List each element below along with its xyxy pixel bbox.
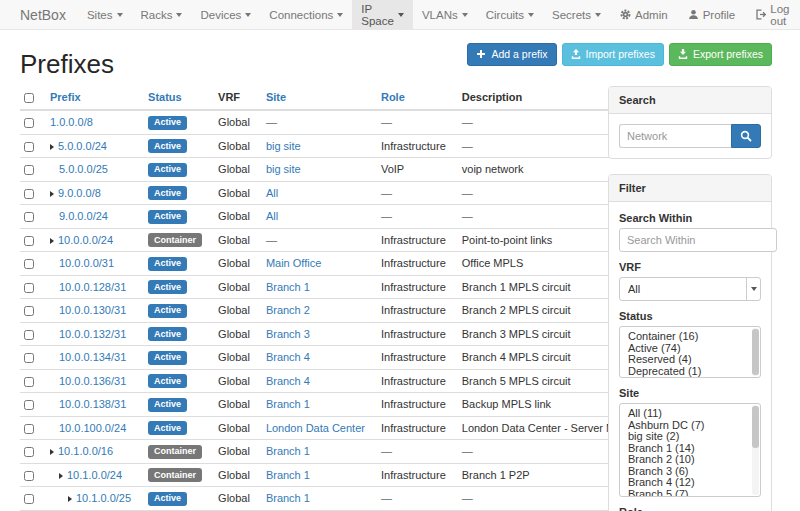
option-container-16[interactable]: Container (16) <box>628 331 750 343</box>
option-big-site-2[interactable]: big site (2) <box>628 431 750 443</box>
column-header-prefix[interactable]: Prefix <box>42 86 140 110</box>
site-link[interactable]: Branch 1 <box>266 469 310 481</box>
prefix-link[interactable]: 10.0.0.128/31 <box>59 281 126 293</box>
site-link[interactable]: All <box>266 187 278 199</box>
nav-link-racks[interactable]: Racks <box>132 0 192 29</box>
select-all-cell <box>20 86 42 110</box>
prefix-link[interactable]: 1.0.0.0/8 <box>50 116 93 128</box>
expand-icon <box>59 473 63 479</box>
site-link[interactable]: Branch 1 <box>266 492 310 504</box>
search-within-input[interactable] <box>619 228 777 252</box>
prefix-link[interactable]: 10.0.0.138/31 <box>59 398 126 410</box>
nav-link-admin[interactable]: Admin <box>610 0 678 29</box>
site-link[interactable]: Branch 3 <box>266 328 310 340</box>
column-header-site[interactable]: Site <box>258 86 373 110</box>
option-deprecated-1[interactable]: Deprecated (1) <box>628 366 750 378</box>
filter-label-vrf: VRF <box>619 261 761 273</box>
row-checkbox[interactable] <box>24 118 34 128</box>
prefix-link[interactable]: 10.0.0.0/24 <box>58 234 113 246</box>
nav-link-log-out[interactable]: Log out <box>745 0 799 29</box>
prefix-link[interactable]: 10.0.0.0/31 <box>59 257 114 269</box>
import-prefixes-button[interactable]: Import prefixes <box>562 43 664 66</box>
brand-link[interactable]: NetBox <box>20 0 66 29</box>
nav-link-vlans[interactable]: VLANs <box>413 0 477 29</box>
scrollbar-thumb[interactable] <box>752 329 759 375</box>
nav-link-ip-space[interactable]: IP Space <box>352 0 413 29</box>
nav-link-circuits[interactable]: Circuits <box>477 0 543 29</box>
nav-link-sites[interactable]: Sites <box>78 0 132 29</box>
row-checkbox[interactable] <box>24 400 34 410</box>
row-checkbox[interactable] <box>24 236 34 246</box>
nav-link-devices[interactable]: Devices <box>191 0 260 29</box>
column-header-status[interactable]: Status <box>140 86 210 110</box>
site-link[interactable]: London Data Center <box>266 422 365 434</box>
role-cell: Infrastructure <box>373 228 454 252</box>
prefix-link[interactable]: 10.0.100.0/24 <box>59 422 126 434</box>
status-cell: Active <box>140 393 210 417</box>
prefix-cell: 10.0.0.0/24 <box>42 228 140 252</box>
row-checkbox[interactable] <box>24 259 34 269</box>
add-a-prefix-button[interactable]: Add a prefix <box>467 43 556 66</box>
row-checkbox[interactable] <box>24 424 34 434</box>
nav-item-label: Log out <box>770 3 789 27</box>
prefix-link[interactable]: 10.1.0.0/25 <box>76 492 131 504</box>
prefix-link[interactable]: 10.1.0.0/24 <box>67 469 122 481</box>
row-checkbox[interactable] <box>24 377 34 387</box>
status-badge: Active <box>148 492 187 506</box>
nav-link-secrets[interactable]: Secrets <box>543 0 610 29</box>
prefix-link[interactable]: 10.0.0.130/31 <box>59 304 126 316</box>
row-checkbox[interactable] <box>24 165 34 175</box>
row-checkbox[interactable] <box>24 189 34 199</box>
export-prefixes-button[interactable]: Export prefixes <box>669 43 772 66</box>
option-reserved-4[interactable]: Reserved (4) <box>628 354 750 366</box>
row-checkbox[interactable] <box>24 330 34 340</box>
row-select-cell <box>20 158 42 182</box>
nav-link-connections[interactable]: Connections <box>260 0 352 29</box>
vrf-select[interactable]: All <box>619 277 761 301</box>
site-link[interactable]: Branch 4 <box>266 351 310 363</box>
row-checkbox[interactable] <box>24 283 34 293</box>
filter-label-site: Site <box>619 387 761 399</box>
prefix-link[interactable]: 9.0.0.0/24 <box>59 210 108 222</box>
status-badge: Active <box>148 186 187 200</box>
column-header-role[interactable]: Role <box>373 86 454 110</box>
row-checkbox[interactable] <box>24 212 34 222</box>
site-link[interactable]: Branch 1 <box>266 281 310 293</box>
site-link[interactable]: Branch 4 <box>266 375 310 387</box>
site-link[interactable]: Branch 1 <box>266 445 310 457</box>
site-link[interactable]: Branch 1 <box>266 398 310 410</box>
option-branch-2-10[interactable]: Branch 2 (10) <box>628 454 750 466</box>
search-input[interactable] <box>619 124 731 148</box>
vrf-cell: Global <box>210 299 258 323</box>
row-checkbox[interactable] <box>24 447 34 457</box>
prefix-link[interactable]: 5.0.0.0/25 <box>59 163 108 175</box>
search-button[interactable] <box>731 124 761 148</box>
nav-link-profile[interactable]: Profile <box>678 0 746 29</box>
prefix-link[interactable]: 10.0.0.134/31 <box>59 351 126 363</box>
empty-value: — <box>462 140 473 152</box>
status-badge: Container <box>148 468 202 482</box>
prefix-link[interactable]: 9.0.0.0/8 <box>58 187 101 199</box>
option-branch-4-12[interactable]: Branch 4 (12) <box>628 477 750 489</box>
prefix-link[interactable]: 5.0.0.0/24 <box>58 140 107 152</box>
site-link[interactable]: Main Office <box>266 257 321 269</box>
site-link[interactable]: big site <box>266 163 301 175</box>
empty-value: — <box>266 234 277 246</box>
site-link[interactable]: All <box>266 210 278 222</box>
option-branch-5-7[interactable]: Branch 5 (7) <box>628 489 750 498</box>
role-cell: — <box>373 110 454 134</box>
prefix-link[interactable]: 10.1.0.0/16 <box>58 445 113 457</box>
row-checkbox[interactable] <box>24 353 34 363</box>
row-checkbox[interactable] <box>24 142 34 152</box>
site-link[interactable]: big site <box>266 140 301 152</box>
row-checkbox[interactable] <box>24 471 34 481</box>
row-checkbox[interactable] <box>24 306 34 316</box>
role-cell: — <box>373 487 454 511</box>
select-all-checkbox[interactable] <box>24 93 34 103</box>
option-all-11[interactable]: All (11) <box>628 408 750 420</box>
prefix-link[interactable]: 10.0.0.136/31 <box>59 375 126 387</box>
scrollbar-thumb[interactable] <box>752 406 759 448</box>
prefix-link[interactable]: 10.0.0.132/31 <box>59 328 126 340</box>
row-checkbox[interactable] <box>24 494 34 504</box>
site-link[interactable]: Branch 2 <box>266 304 310 316</box>
